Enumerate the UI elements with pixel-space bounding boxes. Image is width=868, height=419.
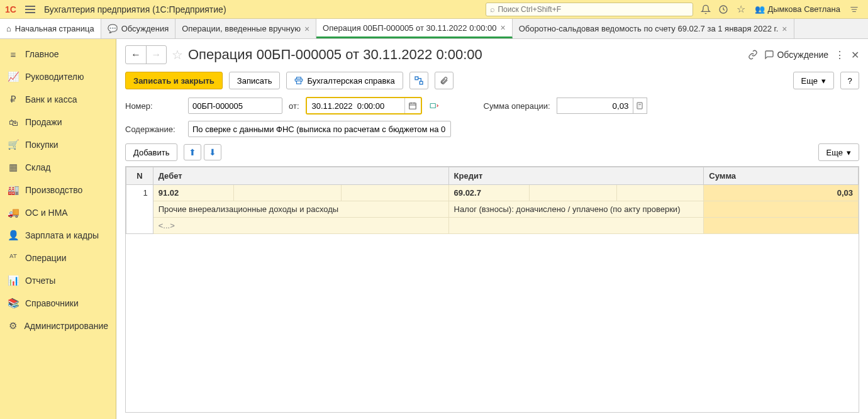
user-menu[interactable]: 👥 Дымкова Светлана <box>750 4 845 14</box>
cell-empty[interactable] <box>704 201 859 218</box>
sidebar-item-admin[interactable]: ⚙Администрирование <box>0 315 116 337</box>
attach-button[interactable] <box>435 72 453 89</box>
link-icon[interactable] <box>748 50 758 60</box>
content-input[interactable] <box>188 121 451 137</box>
sidebar-item-main[interactable]: ≡Главное <box>0 43 116 65</box>
close-icon[interactable]: × <box>782 24 787 34</box>
sidebar-item-hr[interactable]: 👤Зарплата и кадры <box>0 224 116 247</box>
bell-icon[interactable] <box>697 1 715 18</box>
cell-empty[interactable] <box>448 218 704 234</box>
sidebar-item-warehouse[interactable]: ▦Склад <box>0 156 116 179</box>
number-input[interactable] <box>188 98 282 114</box>
table-row[interactable]: 1 91.02 69.02.7 0,03 <box>126 185 859 201</box>
refresh-icon[interactable] <box>428 101 440 110</box>
svg-rect-7 <box>420 81 423 84</box>
col-debit[interactable]: Дебет <box>153 167 448 185</box>
cell-debit-sub1[interactable] <box>233 185 341 201</box>
global-search[interactable]: ⌕ <box>486 3 693 16</box>
bars-icon: 📊 <box>8 275 19 286</box>
svg-rect-8 <box>409 103 416 109</box>
chat-icon: 💬 <box>108 24 118 33</box>
date-input[interactable] <box>307 98 404 113</box>
entries-table: N Дебет Кредит Сумма 1 91.02 69.02.7 <box>125 166 859 413</box>
date-label: от: <box>289 101 299 111</box>
calculator-icon[interactable] <box>633 98 647 113</box>
close-icon[interactable]: × <box>304 24 309 34</box>
sidebar-item-assets[interactable]: 🚚ОС и НМА <box>0 201 116 224</box>
logo-1c: 1C <box>5 4 16 14</box>
sidebar-item-sales[interactable]: 🛍Продажи <box>0 111 116 133</box>
sidebar-item-label: Продажи <box>25 117 62 127</box>
discussion-button[interactable]: Обсуждение <box>764 50 828 60</box>
table-row[interactable]: <...> <box>126 218 859 234</box>
amount-input[interactable] <box>557 101 633 111</box>
table-row[interactable]: Прочие внереализационные доходы и расход… <box>126 201 859 218</box>
tab-operations-list[interactable]: Операции, введенные вручную × <box>175 19 316 38</box>
tab-home[interactable]: ⌂ Начальная страница <box>0 19 101 38</box>
sidebar-item-purchases[interactable]: 🛒Покупки <box>0 133 116 156</box>
sidebar-item-label: Покупки <box>25 140 58 150</box>
save-close-button[interactable]: Записать и закрыть <box>125 72 223 89</box>
cell-sum[interactable]: 0,03 <box>704 185 859 201</box>
tab-label: Оборотно-сальдовая ведомость по счету 69… <box>519 24 779 33</box>
link-records-button[interactable] <box>409 72 428 89</box>
add-row-button[interactable]: Добавить <box>125 143 177 161</box>
kebab-icon[interactable]: ⋮ <box>835 49 845 61</box>
forward-button[interactable]: → <box>146 46 166 64</box>
col-n[interactable]: N <box>126 167 153 185</box>
cell-extra[interactable]: <...> <box>153 218 448 234</box>
back-button[interactable]: ← <box>126 46 146 64</box>
help-button[interactable]: ? <box>840 72 859 89</box>
page-header: ← → ☆ Операция 00БП-000005 от 30.11.2022… <box>125 45 859 64</box>
window-controls-icon[interactable] <box>845 1 863 18</box>
tab-label: Операция 00БП-000005 от 30.11.2022 0:00:… <box>323 23 496 33</box>
menu-icon: ≡ <box>8 48 19 60</box>
tab-label: Обсуждения <box>121 24 169 33</box>
close-icon[interactable]: ✕ <box>851 49 859 61</box>
tab-operation-doc[interactable]: Операция 00БП-000005 от 30.11.2022 0:00:… <box>316 19 513 38</box>
close-icon[interactable]: × <box>501 23 506 33</box>
truck-icon: 🚚 <box>8 207 19 218</box>
save-button[interactable]: Записать <box>229 72 281 89</box>
menu-icon[interactable] <box>21 4 39 15</box>
calendar-icon[interactable] <box>404 98 421 113</box>
sidebar-item-label: Зарплата и кадры <box>25 230 99 240</box>
sidebar-item-manager[interactable]: 📈Руководителю <box>0 65 116 88</box>
sidebar-item-label: Банк и касса <box>25 94 77 104</box>
cell-debit-account[interactable]: 91.02 <box>153 185 233 201</box>
cell-credit-sub2[interactable] <box>616 185 704 201</box>
col-credit[interactable]: Кредит <box>448 167 704 185</box>
number-label: Номер: <box>125 101 182 111</box>
chart-icon: 📈 <box>8 71 19 82</box>
star-icon[interactable]: ☆ <box>732 1 750 18</box>
sidebar-item-label: Склад <box>25 162 51 172</box>
print-button[interactable]: Бухгалтерская справка <box>286 72 403 89</box>
cell-debit-desc[interactable]: Прочие внереализационные доходы и расход… <box>153 201 448 218</box>
sidebar-item-label: Администрирование <box>25 321 109 331</box>
tab-home-label: Начальная страница <box>15 24 94 33</box>
amount-input-group <box>557 98 647 114</box>
tab-turnover-report[interactable]: Оборотно-сальдовая ведомость по счету 69… <box>513 19 794 38</box>
sidebar-item-reports[interactable]: 📊Отчеты <box>0 269 116 292</box>
table-more-button[interactable]: Еще ▾ <box>818 143 859 161</box>
sidebar-item-label: Руководителю <box>25 72 84 82</box>
cell-credit-desc[interactable]: Налог (взносы): доначислено / уплачено (… <box>448 201 704 218</box>
move-down-button[interactable]: ⬇ <box>204 144 221 160</box>
cell-credit-account[interactable]: 69.02.7 <box>448 185 529 201</box>
history-icon[interactable] <box>715 1 732 18</box>
cell-debit-sub2[interactable] <box>341 185 448 201</box>
col-sum[interactable]: Сумма <box>704 167 859 185</box>
sidebar-item-production[interactable]: 🏭Производство <box>0 179 116 201</box>
cell-credit-sub1[interactable] <box>529 185 616 201</box>
tab-discussions[interactable]: 💬 Обсуждения <box>101 19 176 38</box>
more-button[interactable]: Еще ▾ <box>793 72 834 89</box>
favorite-star-icon[interactable]: ☆ <box>172 47 183 62</box>
factory-icon: 🏭 <box>8 184 19 196</box>
search-input[interactable] <box>498 5 689 14</box>
page-title: Операция 00БП-000005 от 30.11.2022 0:00:… <box>188 47 743 63</box>
cell-empty[interactable] <box>704 218 859 234</box>
move-up-button[interactable]: ⬆ <box>184 144 201 160</box>
sidebar-item-bank[interactable]: ₽Банк и касса <box>0 88 116 111</box>
sidebar-item-catalogs[interactable]: 📚Справочники <box>0 292 116 315</box>
sidebar-item-operations[interactable]: ᴬᵀОперации <box>0 247 116 269</box>
